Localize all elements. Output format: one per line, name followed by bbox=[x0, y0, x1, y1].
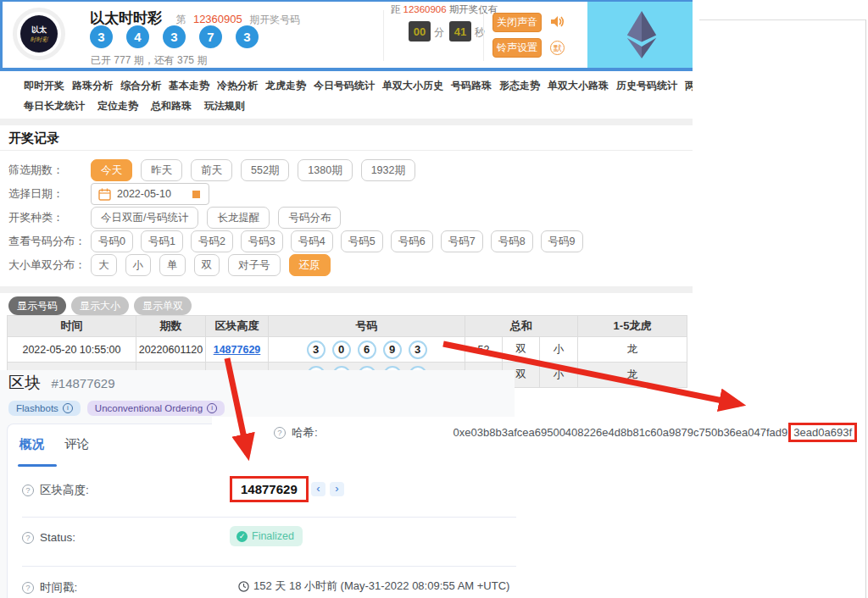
col-issue: 期数 bbox=[136, 316, 206, 337]
tab-comments[interactable]: 评论 bbox=[64, 436, 89, 452]
issue-number: 12360905 bbox=[193, 13, 242, 25]
number-6-button[interactable]: 号码6 bbox=[391, 230, 433, 252]
number-5-button[interactable]: 号码5 bbox=[341, 230, 383, 252]
issue-suffix: 期开奖号码 bbox=[249, 14, 300, 25]
col-block: 区块高度 bbox=[206, 316, 269, 337]
next-issue-number: 12360906 bbox=[403, 4, 447, 14]
nav-item[interactable]: 基本走势 bbox=[169, 79, 209, 93]
period-today-button[interactable]: 今天 bbox=[91, 159, 132, 181]
unconventional-ordering-badge[interactable]: Unconventional Ordering bbox=[87, 401, 225, 416]
number-3-button[interactable]: 号码3 bbox=[241, 230, 283, 252]
logo-badge: 以太 时时彩 bbox=[20, 15, 58, 53]
col-dragon: 1-5龙虎 bbox=[578, 316, 687, 337]
period-1380-button[interactable]: 1380期 bbox=[298, 159, 352, 181]
odd-button[interactable]: 单 bbox=[159, 254, 186, 276]
nav-item[interactable]: 历史号码统计 bbox=[616, 79, 677, 93]
show-bigsmall-tab[interactable]: 显示大小 bbox=[71, 296, 129, 315]
block-height-link[interactable]: 14877629 bbox=[214, 344, 261, 356]
number-1-button[interactable]: 号码1 bbox=[141, 230, 183, 252]
help-icon[interactable] bbox=[274, 427, 286, 439]
nav-item[interactable]: 即时开奖 bbox=[24, 79, 64, 93]
records-title: 开奖记录 bbox=[8, 130, 59, 147]
help-icon[interactable] bbox=[22, 582, 34, 594]
cell-time: 2022-05-20 10:55:00 bbox=[8, 337, 136, 363]
cell-dragon: 龙 bbox=[578, 337, 687, 363]
speaker-icon[interactable] bbox=[549, 14, 565, 33]
ring-default-badge: 默 bbox=[550, 41, 565, 55]
period-1932-button[interactable]: 1932期 bbox=[361, 159, 415, 181]
window-border bbox=[865, 19, 866, 598]
info-icon[interactable] bbox=[207, 403, 217, 413]
result-balls: 3 0 6 9 3 bbox=[269, 341, 465, 359]
ring-settings-button[interactable]: 铃声设置 bbox=[492, 38, 542, 58]
filter-label: 大小单双分布： bbox=[8, 254, 86, 276]
nav-item[interactable]: 总和路珠 bbox=[151, 99, 192, 114]
help-icon[interactable] bbox=[22, 484, 34, 496]
pair-button[interactable]: 对子号 bbox=[228, 254, 281, 276]
number-7-button[interactable]: 号码7 bbox=[441, 230, 483, 252]
draw-ball: 3 bbox=[90, 25, 113, 48]
show-oddeven-tab[interactable]: 显示单双 bbox=[134, 296, 192, 315]
mute-sound-button[interactable]: 关闭声音 bbox=[492, 13, 542, 32]
nav-item[interactable]: 单双大小路珠 bbox=[548, 79, 609, 93]
number-9-button[interactable]: 号码9 bbox=[541, 230, 583, 252]
filter-label: 选择日期： bbox=[8, 183, 64, 205]
table-header-row: 时间 期数 区块高度 号码 总和 1-5龙虎 bbox=[8, 316, 687, 337]
countdown-suffix: 期开奖仅有 bbox=[449, 4, 498, 14]
hash-tail-highlight: 3ead0a693f bbox=[788, 423, 857, 442]
period-552-button[interactable]: 552期 bbox=[241, 159, 289, 181]
clock-icon bbox=[238, 581, 249, 592]
nav-item[interactable]: 综合分析 bbox=[120, 79, 161, 93]
number-0-button[interactable]: 号码0 bbox=[91, 230, 133, 252]
nav-item[interactable]: 龙虎走势 bbox=[265, 79, 306, 93]
filter-label: 查看号码分布： bbox=[8, 230, 86, 252]
nav-item[interactable]: 玩法规则 bbox=[204, 99, 245, 114]
col-sum: 总和 bbox=[465, 316, 578, 337]
cell-dragon: 龙 bbox=[578, 363, 687, 388]
filter-date-row: 选择日期： 2022-05-10 bbox=[0, 183, 693, 205]
kind-distribution-button[interactable]: 号码分布 bbox=[278, 207, 341, 229]
help-icon[interactable] bbox=[22, 532, 34, 544]
date-value: 2022-05-10 bbox=[117, 184, 171, 204]
nav-item[interactable]: 号码路珠 bbox=[451, 79, 492, 93]
nav-item[interactable]: 今日号码统计 bbox=[314, 79, 375, 93]
table-row: 2022-05-20 10:55:00 20220601120 14877629… bbox=[8, 337, 687, 363]
divider bbox=[22, 517, 516, 518]
nav-item[interactable]: 形态走势 bbox=[499, 79, 540, 93]
small-button[interactable]: 小 bbox=[125, 254, 152, 276]
nav-item[interactable]: 单双大小历史 bbox=[382, 79, 443, 93]
site-header: 以太 时时彩 以太时时彩 第 12360905 期开奖号码 3 4 3 7 3 … bbox=[0, 0, 693, 68]
period-yesterday-button[interactable]: 昨天 bbox=[141, 159, 182, 181]
nav-item[interactable]: 冷热分析 bbox=[217, 79, 258, 93]
cell-big-small: 小 bbox=[540, 337, 578, 363]
nav-item[interactable]: 每日长龙统计 bbox=[24, 99, 85, 114]
kind-twosided-button[interactable]: 今日双面/号码统计 bbox=[91, 207, 198, 229]
info-icon[interactable] bbox=[63, 403, 73, 413]
nav-item[interactable]: 定位走势 bbox=[97, 99, 138, 114]
even-button[interactable]: 双 bbox=[194, 254, 220, 276]
countdown-minutes: 00 bbox=[409, 21, 431, 42]
reset-button[interactable]: 还原 bbox=[289, 254, 331, 276]
check-icon bbox=[236, 531, 248, 542]
tab-overview[interactable]: 概况 bbox=[19, 436, 44, 452]
timestamp-row-label: 时间戳: bbox=[22, 580, 77, 595]
number-8-button[interactable]: 号码8 bbox=[491, 230, 533, 252]
number-2-button[interactable]: 号码2 bbox=[191, 230, 233, 252]
date-picker-input[interactable]: 2022-05-10 bbox=[91, 183, 209, 205]
prev-block-button[interactable] bbox=[311, 482, 326, 496]
period-daybefore-button[interactable]: 前天 bbox=[191, 159, 232, 181]
number-4-button[interactable]: 号码4 bbox=[291, 230, 333, 252]
nav-item[interactable]: 路珠分析 bbox=[72, 79, 113, 93]
block-height-value: 14877629 bbox=[230, 476, 309, 502]
period-progress: 已开 777 期，还有 375 期 bbox=[91, 53, 207, 68]
next-block-button[interactable] bbox=[330, 482, 344, 496]
show-numbers-tab[interactable]: 显示号码 bbox=[8, 296, 66, 315]
big-button[interactable]: 大 bbox=[91, 254, 117, 276]
draw-ball: 7 bbox=[199, 25, 222, 48]
draw-ball: 4 bbox=[126, 25, 149, 48]
logo-text-1: 以太 bbox=[31, 25, 47, 36]
timestamp-value: 152 天 18 小时前 (May-31-2022 08:09:55 AM +U… bbox=[238, 579, 509, 594]
flashbots-badge[interactable]: Flashbots bbox=[8, 401, 81, 416]
block-heading: 区块 bbox=[8, 374, 41, 391]
kind-streak-button[interactable]: 长龙提醒 bbox=[207, 207, 270, 229]
